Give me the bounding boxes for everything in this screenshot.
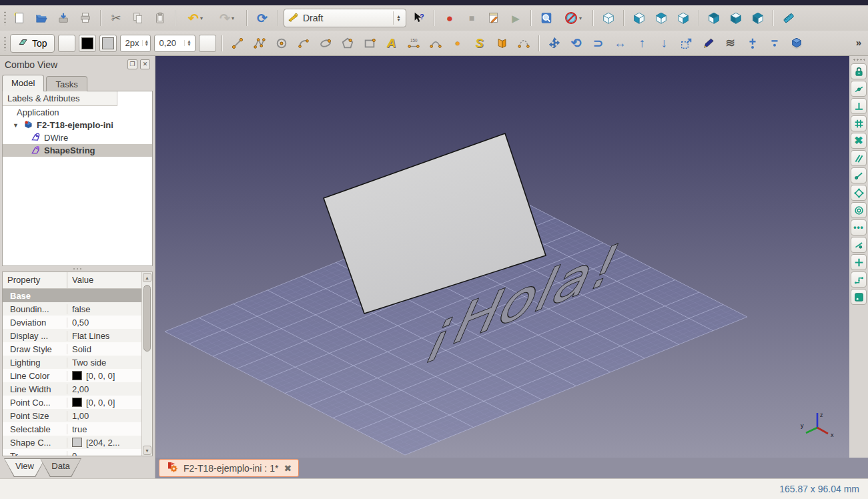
new-file-button[interactable] (10, 9, 29, 27)
draft-shapestring-button[interactable]: S (470, 34, 489, 53)
property-value[interactable]: 0,50 (67, 318, 147, 328)
toggle-grid-button[interactable] (851, 289, 867, 305)
property-row[interactable]: Base (3, 289, 147, 302)
macro-stop-button[interactable]: ■ (462, 9, 481, 27)
snap-intersection-button[interactable]: ✖ (851, 133, 867, 149)
property-column-header[interactable]: Property (3, 272, 67, 288)
draft-facebinder-button[interactable] (492, 34, 511, 53)
property-value[interactable]: Solid (67, 344, 147, 354)
close-panel-icon[interactable]: ✕ (140, 59, 150, 69)
property-value[interactable]: 2,00 (67, 384, 147, 394)
property-value[interactable]: Flat Lines (67, 331, 147, 341)
edit-mode-button[interactable] (699, 34, 718, 53)
property-row[interactable]: LightingTwo side (3, 356, 147, 369)
tab-data[interactable]: Data (40, 458, 81, 477)
toolbar-handle[interactable] (3, 36, 7, 51)
snap-near-button[interactable] (851, 237, 867, 253)
property-value[interactable]: 0 (67, 451, 147, 457)
tree-item-shapestring[interactable]: ShapeString (3, 144, 152, 157)
combo-spinner-arrows[interactable]: ▲▼ (393, 11, 404, 25)
float-panel-icon[interactable]: ❐ (127, 59, 137, 69)
property-row[interactable]: Point Size1,00 (3, 409, 147, 422)
draft-bspline-button[interactable] (426, 34, 445, 53)
toolbar-handle[interactable] (853, 58, 865, 62)
property-row[interactable]: Boundin...false (3, 302, 147, 316)
cut-button[interactable]: ✂ (107, 9, 125, 27)
face-color-button[interactable] (99, 35, 117, 52)
line-width-spinbox[interactable]: 2px ▲▼ (120, 35, 151, 52)
add-point-button[interactable] (743, 34, 762, 53)
property-scrollbar[interactable]: ▲ ▼ (141, 272, 152, 456)
draft-rectangle-button[interactable] (360, 34, 379, 53)
view-left-button[interactable] (749, 9, 767, 27)
scale-button[interactable] (677, 34, 696, 53)
construction-mode-button[interactable] (58, 35, 75, 52)
global-scale-spinbox[interactable]: 0,20 ▲▼ (154, 35, 195, 52)
scroll-down-icon[interactable]: ▼ (143, 446, 151, 455)
viewport-canvas[interactable]: ¡Hola! z y x (155, 56, 849, 458)
redo-button[interactable]: ↷▾ (213, 9, 241, 27)
property-value[interactable]: [0, 0, 0] (67, 398, 147, 408)
property-row[interactable]: Tr...0 (3, 449, 147, 456)
property-value[interactable]: [204, 2... (67, 438, 147, 448)
property-row[interactable]: Selectabletrue (3, 422, 147, 436)
property-row[interactable]: Display ...Flat Lines (3, 329, 147, 342)
macro-record-button[interactable]: ● (440, 9, 459, 27)
dropdown-arrow-icon[interactable]: ▾ (579, 15, 582, 21)
property-value[interactable]: [0, 0, 0] (67, 371, 147, 381)
view-top-button[interactable] (652, 9, 671, 27)
snap-endpoint-button[interactable] (851, 167, 867, 183)
tree-item-document[interactable]: ▼ F2-T18-ejemplo-ini (3, 119, 152, 131)
snap-extension-button[interactable]: ••• (851, 219, 867, 235)
macro-edit-button[interactable] (484, 9, 503, 27)
property-row[interactable]: Shape C...[204, 2... (3, 436, 147, 449)
snap-parallel-button[interactable] (851, 150, 867, 166)
view-right-button[interactable] (674, 9, 693, 27)
view-rear-button[interactable] (705, 9, 723, 27)
macro-play-button[interactable]: ▶ (506, 9, 525, 27)
close-document-icon[interactable]: ✖ (284, 463, 292, 474)
tab-view[interactable]: View (4, 458, 45, 477)
property-value[interactable]: true (67, 424, 147, 434)
property-row[interactable]: Point Co...[0, 0, 0] (3, 396, 147, 409)
upgrade-button[interactable]: ↑ (633, 34, 652, 53)
property-value[interactable]: 1,00 (67, 411, 147, 421)
tree-item-application[interactable]: Application (3, 106, 152, 119)
snap-special-button[interactable] (851, 272, 867, 288)
draft-polygon-button[interactable] (338, 34, 357, 53)
dropdown-arrow-icon[interactable]: ▾ (232, 15, 234, 21)
snap-perpendicular-button[interactable] (851, 98, 867, 114)
3d-viewport[interactable]: ¡Hola! z y x (155, 56, 849, 458)
fit-all-button[interactable] (537, 9, 556, 27)
offset-button[interactable]: ⊃ (589, 34, 608, 53)
draft-to-sketch-button[interactable] (787, 34, 806, 53)
workbench-selector[interactable]: Draft ▲▼ (284, 9, 406, 27)
scrollbar-thumb[interactable] (143, 285, 151, 352)
toolbar-handle[interactable] (3, 11, 7, 25)
draft-wire-button[interactable] (250, 34, 269, 53)
draft-circle-button[interactable] (272, 34, 291, 53)
draft-arc-button[interactable] (294, 34, 313, 53)
view-bottom-button[interactable] (727, 9, 745, 27)
del-point-button[interactable] (765, 34, 784, 53)
trimex-button[interactable]: ↔ (611, 34, 630, 53)
expander-icon[interactable]: ▼ (13, 122, 20, 129)
apply-style-button[interactable] (199, 35, 216, 52)
dropdown-arrow-icon[interactable]: ▾ (200, 15, 203, 21)
spin-arrows-icon[interactable]: ▲▼ (142, 40, 151, 46)
property-row[interactable]: Deviation0,50 (3, 316, 147, 329)
document-tab[interactable]: F2-T18-ejemplo-ini : 1* ✖ (159, 459, 299, 477)
snap-center-button[interactable] (851, 202, 867, 218)
measure-distance-button[interactable] (779, 9, 798, 27)
print-button[interactable] (76, 9, 95, 27)
property-row[interactable]: Line Color[0, 0, 0] (3, 369, 147, 382)
snap-ortho-button[interactable] (851, 254, 867, 270)
undo-button[interactable]: ↶▾ (181, 9, 209, 27)
view-front-button[interactable] (630, 9, 648, 27)
spin-arrows-icon[interactable]: ▲▼ (184, 40, 193, 46)
draft-text-button[interactable]: A (382, 34, 401, 53)
property-row[interactable]: Draw StyleSolid (3, 342, 147, 356)
property-row[interactable]: Line Width2,00 (3, 382, 147, 396)
move-button[interactable] (545, 34, 564, 53)
value-column-header[interactable]: Value (67, 272, 147, 288)
